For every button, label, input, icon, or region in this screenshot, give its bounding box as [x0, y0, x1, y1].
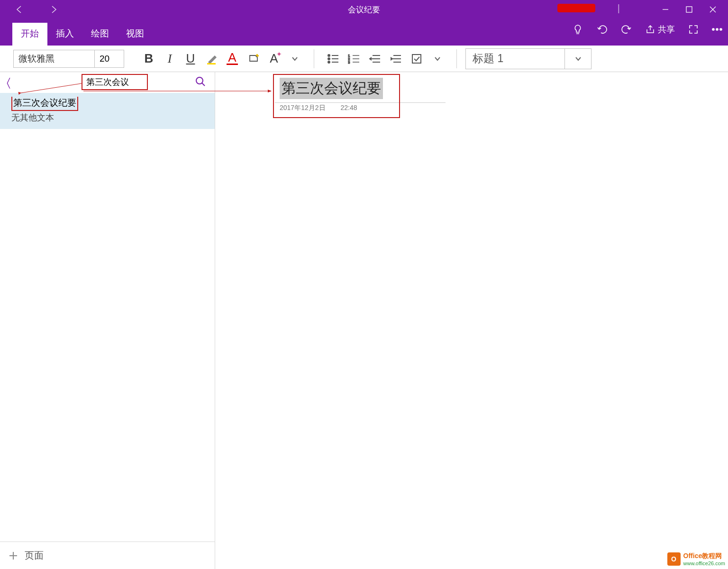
tab-insert[interactable]: 插入	[47, 23, 82, 46]
tab-home[interactable]: 开始	[12, 23, 47, 46]
back-chevron-icon[interactable]: 〈	[7, 76, 10, 89]
format-painter-button[interactable]	[243, 48, 264, 69]
tab-view[interactable]: 视图	[118, 23, 153, 46]
paragraph-dropdown[interactable]	[427, 48, 448, 69]
ribbon-toolbar: 微软雅黑 20 B I U A A✦ 123 标题 1	[0, 46, 728, 72]
note-title[interactable]: 第三次会议纪要	[280, 78, 383, 99]
title-bar: 会议纪要 |	[0, 0, 728, 19]
plus-icon	[9, 551, 18, 560]
tab-draw[interactable]: 绘图	[82, 23, 118, 46]
style-selector[interactable]: 标题 1	[465, 48, 565, 69]
svg-point-7	[328, 61, 330, 63]
svg-point-2	[716, 28, 718, 30]
undo-icon[interactable]	[596, 24, 608, 35]
redacted-username	[557, 4, 595, 12]
font-size-input[interactable]: 20	[95, 50, 124, 68]
svg-point-1	[712, 28, 714, 30]
add-page-label: 页面	[25, 549, 44, 562]
font-name-input[interactable]: 微软雅黑	[13, 50, 95, 68]
ribbon-tabs: 开始 插入 绘图 视图 共享	[0, 19, 728, 46]
svg-rect-4	[207, 63, 216, 64]
indent-button[interactable]	[385, 48, 406, 69]
italic-button[interactable]: I	[159, 48, 180, 69]
underline-button[interactable]: U	[180, 48, 201, 69]
share-label: 共享	[658, 24, 675, 35]
bold-button[interactable]: B	[138, 48, 159, 69]
svg-rect-0	[686, 7, 692, 12]
svg-rect-11	[412, 55, 421, 63]
watermark-line2: www.office26.com	[683, 560, 725, 566]
font-dropdown[interactable]	[284, 48, 305, 69]
share-button[interactable]: 共享	[646, 24, 675, 35]
style-dropdown[interactable]	[565, 48, 592, 69]
page-item-subtitle: 无其他文本	[11, 112, 203, 123]
font-color-button[interactable]: A	[222, 48, 243, 69]
note-canvas[interactable]: 第三次会议纪要 2017年12月2日 22:48	[215, 72, 728, 569]
svg-point-12	[196, 77, 203, 84]
svg-point-6	[328, 58, 330, 60]
search-icon[interactable]	[195, 76, 206, 87]
numbering-button[interactable]: 123	[344, 48, 364, 69]
add-page-button[interactable]: 页面	[0, 541, 215, 569]
close-icon[interactable]	[709, 6, 717, 13]
clear-format-button[interactable]: A✦	[264, 48, 284, 69]
note-title-container: 第三次会议纪要 2017年12月2日 22:48	[273, 74, 400, 118]
main-area: 〈 第三次会议 第三次会议纪要 无其他文本 页面 第三次会议纪要 2017年12…	[0, 72, 728, 569]
highlight-button[interactable]	[201, 48, 222, 69]
watermark-line1: Office教程网	[683, 552, 725, 560]
svg-point-5	[328, 55, 330, 56]
page-list-panel: 〈 第三次会议 第三次会议纪要 无其他文本 页面	[0, 72, 215, 569]
nav-back-icon[interactable]	[14, 4, 25, 15]
separator: |	[618, 3, 620, 14]
todo-button[interactable]	[406, 48, 427, 69]
more-icon[interactable]	[712, 28, 722, 31]
outdent-button[interactable]	[364, 48, 385, 69]
redo-icon[interactable]	[621, 24, 632, 35]
svg-point-3	[720, 28, 722, 30]
note-time: 22:48	[341, 104, 357, 112]
page-item-title: 第三次会议纪要	[11, 97, 78, 111]
minimize-icon[interactable]	[662, 6, 669, 13]
page-list-item[interactable]: 第三次会议纪要 无其他文本	[0, 93, 215, 129]
note-date: 2017年12月2日	[280, 104, 326, 112]
maximize-icon[interactable]	[685, 6, 693, 13]
nav-forward-icon[interactable]	[48, 4, 59, 15]
watermark-icon: O	[667, 552, 681, 566]
lightbulb-icon[interactable]	[573, 24, 583, 35]
search-input[interactable]: 第三次会议	[82, 74, 148, 90]
fullscreen-icon[interactable]	[688, 24, 699, 35]
bullets-button[interactable]	[323, 48, 344, 69]
svg-text:3: 3	[348, 60, 350, 64]
watermark: O Office教程网 www.office26.com	[667, 552, 725, 566]
